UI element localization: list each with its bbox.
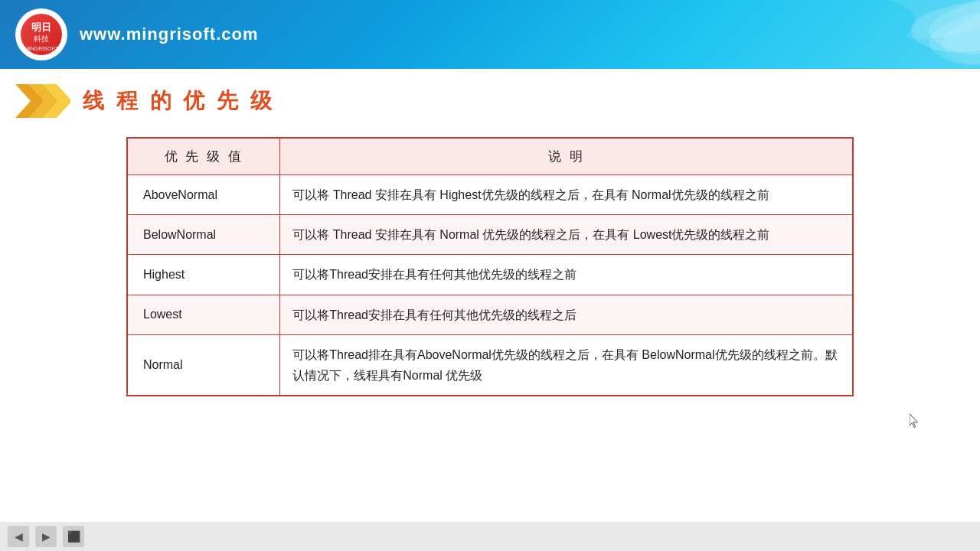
table-header-row: 优 先 级 值 说 明	[127, 138, 853, 175]
cursor-icon	[910, 413, 919, 429]
priority-desc-cell: 可以将 Thread 安排在具有 Highest优先级的线程之后，在具有 Nor…	[280, 175, 853, 215]
page-title: 线 程 的 优 先 级	[83, 86, 275, 116]
priority-desc-cell: 可以将Thread安排在具有任何其他优先级的线程之前	[280, 255, 853, 295]
priority-name-cell: BelowNormal	[127, 215, 280, 255]
title-section: 线 程 的 优 先 级	[0, 69, 980, 129]
header: 明日 科技 MINGRISOFT www.mingrisoft.com	[0, 0, 980, 69]
priority-name-cell: Lowest	[127, 295, 280, 334]
priority-desc-cell: 可以将Thread安排在具有任何其他优先级的线程之后	[280, 295, 853, 334]
priority-desc-cell: 可以将 Thread 安排在具有 Normal 优先级的线程之后，在具有 Low…	[280, 215, 853, 255]
toolbar-next-button[interactable]: ▶	[35, 526, 57, 547]
toolbar-prev-button[interactable]: ◀	[8, 526, 29, 547]
header-wave-decoration	[597, 0, 980, 69]
logo: 明日 科技 MINGRISOFT	[15, 8, 67, 60]
table-row: AboveNormal可以将 Thread 安排在具有 Highest优先级的线…	[127, 175, 853, 215]
toolbar-stop-button[interactable]: ⬛	[63, 526, 84, 547]
priority-name-cell: Normal	[127, 334, 280, 396]
priority-table: 优 先 级 值 说 明 AboveNormal可以将 Thread 安排在具有 …	[126, 137, 854, 396]
svg-text:MINGRISOFT: MINGRISOFT	[24, 46, 59, 51]
chevron-arrows-icon	[15, 84, 70, 118]
priority-name-cell: Highest	[127, 255, 280, 295]
logo-inner: 明日 科技 MINGRISOFT	[21, 14, 62, 55]
chevron-decoration	[15, 84, 70, 118]
svg-text:明日: 明日	[31, 21, 51, 33]
table-row: BelowNormal可以将 Thread 安排在具有 Normal 优先级的线…	[127, 215, 853, 255]
priority-desc-cell: 可以将Thread排在具有AboveNormal优先级的线程之后，在具有 Bel…	[280, 334, 853, 396]
table-body: AboveNormal可以将 Thread 安排在具有 Highest优先级的线…	[127, 175, 853, 396]
table-row: Normal可以将Thread排在具有AboveNormal优先级的线程之后，在…	[127, 334, 853, 396]
svg-text:科技: 科技	[34, 34, 49, 43]
col-name-header: 优 先 级 值	[127, 138, 280, 175]
logo-svg: 明日 科技 MINGRISOFT	[21, 14, 62, 55]
main-content: 优 先 级 值 说 明 AboveNormal可以将 Thread 安排在具有 …	[0, 129, 980, 412]
table-row: Highest可以将Thread安排在具有任何其他优先级的线程之前	[127, 255, 853, 295]
website-url: www.mingrisoft.com	[80, 24, 259, 44]
col-desc-header: 说 明	[280, 138, 853, 175]
bottom-toolbar: ◀ ▶ ⬛	[0, 522, 980, 551]
table-row: Lowest可以将Thread安排在具有任何其他优先级的线程之后	[127, 295, 853, 334]
priority-name-cell: AboveNormal	[127, 175, 280, 215]
